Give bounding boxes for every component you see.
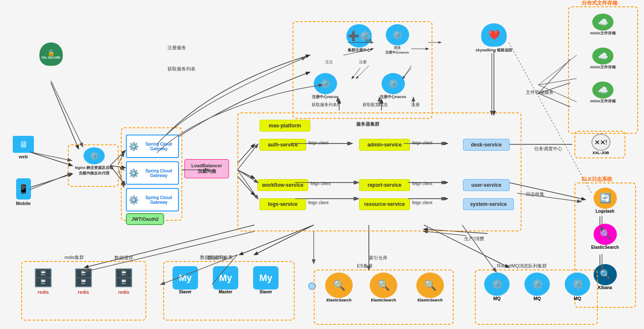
minio2-node: ☁️ minio文件存储	[582, 48, 624, 70]
logs-service-label: logs-service	[268, 201, 298, 207]
svg-line-47	[424, 231, 466, 236]
xxljob-container: ✕✕! XXL-JOB	[574, 131, 625, 158]
register-label-bottom: 注册	[411, 102, 420, 108]
nacos3-label: 注注注册中心nacos	[385, 45, 409, 55]
main-services-container: mas-platform auth-service feign client a…	[237, 112, 521, 231]
get-service-label-2: 获取服务列表	[312, 102, 337, 108]
mysql-master-label: Master	[219, 290, 232, 294]
redis3-node: 🗄️ redis	[107, 266, 141, 295]
elasticsearch-log-label: ElasticSearch	[591, 245, 619, 250]
minio3-node: ☁️ minio文件存储	[582, 82, 624, 104]
db-cluster-label: 数据库读写分离	[200, 254, 233, 261]
svg-line-58	[51, 81, 83, 146]
ssl-node: 🔒 SSL SECURE	[34, 42, 68, 66]
gateway-container: ⚙️ Spring Cloud Gateway ⚙️ Spring Cloud …	[121, 127, 182, 221]
user-service-label: user-service	[471, 182, 502, 188]
log-collect-label: 日志收集	[526, 191, 544, 197]
mq1-node: ⚙️ MQ	[480, 273, 514, 301]
cluster-nacos-label: 集群注册中心	[348, 48, 371, 53]
nacos1-label: 注册中心nacos	[312, 94, 338, 100]
elasticsearch-log-node: 🔍 ElasticSearch	[584, 224, 626, 250]
xxljob-node: ✕✕! XXL-JOB	[580, 134, 622, 155]
rocketmq-cluster-container: RocketMQ消息队列集群 ⚙️ MQ ⚙️ MQ ⚙️ MQ	[475, 270, 598, 325]
admin-service-box: admin-service	[359, 139, 410, 151]
elk-section-label: ELK日志系统	[582, 176, 612, 183]
nacos1-icon: ⚙️	[314, 73, 337, 94]
redis2-icon: 🗄️	[71, 266, 96, 290]
redis1-icon: 🗄️	[31, 266, 56, 290]
redis2-node: 🗄️ redis	[67, 266, 100, 295]
gateway1-label: Spring Cloud Gateway	[141, 142, 176, 151]
svg-line-46	[462, 225, 496, 272]
cluster-nacos-icon: ➕⚙️	[346, 24, 372, 48]
mq3-node: ⚙️ MQ	[560, 273, 594, 301]
es-cluster-container: ES集群 🔍 ElasticSearch 🔍 ElasticSearch 🔍 E…	[314, 270, 454, 325]
nacos2-icon: ⚙️	[382, 73, 405, 94]
user-service-box: user-service	[463, 179, 510, 191]
admin-service-label: admin-service	[368, 142, 402, 148]
logstash-icon: 🔄	[594, 188, 617, 209]
mysql-master-icon: My	[213, 266, 238, 290]
skywalking-label: skywalking 链路追踪	[476, 48, 513, 53]
nginx-node: ⚙️ Nginx 静态资源及后端 负载均衡反向代理	[73, 147, 115, 176]
mysql-slaver1-label: Slaver	[179, 290, 192, 294]
ssl-icon: 🔒 SSL SECURE	[39, 42, 63, 66]
minio3-label: minio文件存储	[590, 98, 616, 104]
elasticsearch-log-icon: 🔍	[594, 224, 617, 245]
report-service-box: report-service	[359, 179, 410, 191]
get-service-label: 获取服务列表	[167, 66, 195, 72]
svg-line-0	[51, 83, 78, 149]
redis1-label: redis	[38, 290, 49, 295]
db-cluster-container: 数据库读写分离 My Slaver My Master My Slaver	[163, 261, 295, 321]
register-label-2: 注册	[359, 59, 367, 65]
gateway-3: ⚙️ Spring Cloud Gateway	[126, 188, 179, 211]
es2-label: ElasticSearch	[371, 298, 396, 302]
mysql-master-node: My Master	[209, 266, 243, 294]
mq2-label: MQ	[533, 296, 541, 301]
es-cluster-label: ES集群	[357, 263, 373, 269]
loadbalancer-box: LoadBalancer 负载均衡	[184, 159, 229, 178]
system-service-box: system-service	[463, 198, 514, 210]
minio1-icon: ☁️	[592, 14, 613, 31]
mysql-slaver2-node: My Slaver	[249, 266, 283, 294]
resource-service-box: resource-service	[359, 198, 410, 210]
nginx-container: ⚙️ Nginx 静态资源及后端 负载均衡反向代理	[68, 144, 119, 187]
report-service-label: report-service	[368, 182, 401, 188]
web-label: web	[19, 154, 28, 159]
es1-icon: 🔍	[325, 273, 353, 298]
minio3-icon: ☁️	[592, 82, 613, 98]
produce-consume-label: 生产/消费	[464, 236, 484, 242]
file-storage-label: 文件存储服务	[526, 89, 554, 96]
auth-service-label: auth-service	[268, 142, 298, 148]
loadbalancer-label: LoadBalancer 负载均衡	[191, 163, 222, 174]
skywalking-node: ❤️ skywalking 链路追踪	[471, 23, 517, 53]
desk-service-box: desk-service	[463, 139, 510, 151]
redis2-label: redis	[78, 290, 89, 295]
kibana-label: Kibana	[598, 285, 612, 290]
xxljob-icon: ✕✕!	[591, 134, 611, 151]
system-service-label: system-service	[470, 201, 507, 207]
gateway-1: ⚙️ Spring Cloud Gateway	[126, 135, 179, 158]
mq2-node: ⚙️ MQ	[520, 273, 554, 301]
register-label-3: 注册	[365, 38, 372, 44]
nacos3-node: ⚙️ 注注注册中心nacos	[374, 24, 421, 55]
jwt-box: JWT/Oauth2	[126, 213, 164, 225]
es2-icon: 🔍	[370, 273, 397, 298]
nacos1-node: ⚙️ 注册中心nacos	[302, 73, 348, 100]
resource-service-label: resource-service	[364, 201, 405, 207]
register-service-label: 注册服务	[167, 45, 186, 51]
desk-service-label: desk-service	[471, 142, 502, 148]
feign-2-label: feign client	[412, 141, 432, 145]
mq3-label: MQ	[574, 296, 581, 301]
nginx-icon: ⚙️	[84, 147, 105, 164]
jwt-label: JWT/Oauth2	[131, 217, 159, 222]
get-config-label: 获取配置信息	[362, 102, 388, 108]
redis-cluster-container: redis集群 🗄️ redis 🗄️ redis 🗄️ redis	[21, 261, 146, 321]
feign-1-label: feign client	[308, 141, 329, 145]
es3-node: 🔍 ElasticSearch	[410, 273, 450, 302]
svg-line-28	[424, 225, 509, 267]
redis3-icon: 🗄️	[111, 266, 137, 290]
mobile-label: Mobile	[16, 201, 31, 206]
web-icon: 🖥	[13, 136, 34, 153]
auth-service-box: auth-service	[259, 139, 306, 151]
